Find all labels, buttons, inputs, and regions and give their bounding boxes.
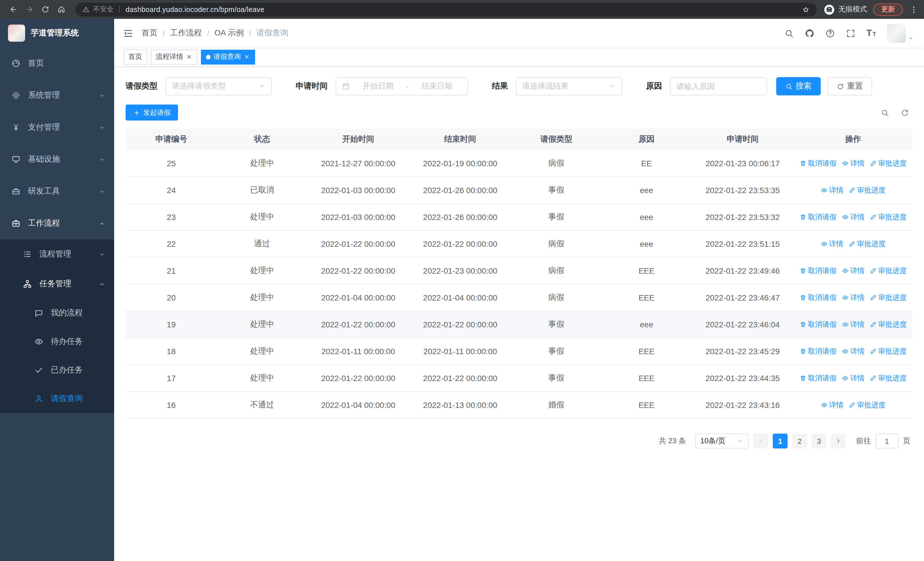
page-unit: 页 (903, 436, 910, 446)
cell-type: 事假 (511, 338, 601, 364)
next-page-button[interactable] (831, 434, 846, 448)
breadcrumb-item[interactable]: 首页 (141, 28, 158, 38)
sidebar-item-infra[interactable]: 基础设施 (0, 143, 114, 175)
browser-home-button[interactable] (54, 2, 69, 17)
search-button[interactable]: 搜索 (776, 77, 821, 95)
action-label: 详情 (829, 400, 843, 410)
address-bar[interactable]: 不安全 dashboard.yudao.iocoder.cn/bpm/oa/le… (75, 3, 817, 16)
browser-reload-button[interactable] (38, 2, 52, 17)
progress-action-link[interactable]: 审批进度 (870, 320, 907, 329)
browser-back-button[interactable] (6, 2, 21, 17)
chevron-right-icon (835, 438, 842, 444)
leave-type-select[interactable]: 请选择请假类型 (165, 77, 272, 95)
sidebar-item-payment[interactable]: 支付管理 (0, 111, 114, 143)
github-button[interactable] (805, 28, 814, 38)
column-header: 结束时间 (409, 129, 511, 150)
browser-forward-button[interactable] (22, 2, 36, 17)
browser-update-button[interactable]: 更新 (873, 3, 903, 16)
sidebar-collapse-button[interactable] (114, 19, 141, 47)
sidebar-item-home[interactable]: 首页 (0, 47, 114, 80)
table-row-22: 22通过2022-01-22 00:00:002022-01-22 00:00:… (126, 231, 913, 258)
column-header: 请假类型 (511, 129, 601, 150)
chevron-down-icon (99, 251, 105, 257)
sidebar-item-task-mgmt[interactable]: 任务管理 (0, 269, 114, 299)
sidebar-item-label: 任务管理 (39, 279, 99, 289)
apply-time-range-picker[interactable]: 开始日期 - 结束日期 (336, 77, 468, 95)
sidebar-item-leave-query[interactable]: 请假查询 (0, 385, 114, 413)
prev-page-button[interactable] (753, 434, 768, 448)
reason-input[interactable] (670, 77, 767, 95)
fullscreen-button[interactable] (846, 28, 855, 38)
progress-action-link[interactable]: 审批进度 (870, 266, 907, 276)
progress-action-link[interactable]: 审批进度 (849, 185, 886, 195)
progress-action-link[interactable]: 审批进度 (849, 400, 886, 410)
cell-end: 2022-01-26 00:00:00 (409, 204, 511, 230)
detail-action-link[interactable]: 详情 (842, 266, 865, 276)
progress-action-link[interactable]: 审批进度 (870, 158, 907, 168)
toggle-search-button[interactable] (880, 108, 889, 117)
progress-action-link[interactable]: 审批进度 (870, 293, 907, 302)
sidebar-item-my-process[interactable]: 我的流程 (0, 299, 114, 327)
cell-status: 处理中 (217, 365, 307, 391)
page-button-2[interactable]: 2 (792, 434, 807, 448)
sidebar: 芋道管理系统 首页系统管理支付管理基础设施研发工具工作流程流程管理任务管理我的流… (0, 19, 114, 561)
sidebar-item-system[interactable]: 系统管理 (0, 80, 114, 111)
cancel-action-link[interactable]: 取消请假 (800, 158, 837, 168)
detail-action-link[interactable]: 详情 (842, 373, 865, 383)
cancel-action-link[interactable]: 取消请假 (800, 320, 837, 329)
cell-status: 处理中 (217, 311, 307, 338)
detail-action-link[interactable]: 详情 (842, 212, 865, 222)
sidebar-item-todo-tasks[interactable]: 待办任务 (0, 327, 114, 356)
page-button-3[interactable]: 3 (812, 434, 826, 448)
close-icon[interactable] (186, 54, 192, 60)
detail-action-link[interactable]: 详情 (842, 346, 865, 356)
sidebar-item-process-mgmt[interactable]: 流程管理 (0, 239, 114, 269)
tab-process-detail[interactable]: 流程详情 (151, 50, 198, 64)
progress-action-link[interactable]: 审批进度 (870, 346, 907, 356)
result-select[interactable]: 请选择流结果 (516, 77, 622, 95)
breadcrumb-item: 请假查询 (256, 28, 288, 38)
cancel-action-link[interactable]: 取消请假 (800, 373, 837, 383)
reset-button[interactable]: 重置 (828, 77, 872, 95)
tab-home[interactable]: 首页 (123, 50, 147, 64)
page-button-1[interactable]: 1 (773, 434, 788, 448)
detail-action-link[interactable]: 详情 (821, 239, 843, 249)
help-button[interactable] (825, 28, 835, 38)
tab-leave-query[interactable]: 请假查询 (201, 50, 255, 64)
create-leave-button[interactable]: 发起请假 (126, 105, 178, 120)
progress-action-link[interactable]: 审批进度 (849, 239, 886, 249)
detail-action-link[interactable]: 详情 (842, 320, 865, 329)
refresh-icon (901, 108, 909, 117)
sidebar-item-done-tasks[interactable]: 已办任务 (0, 356, 114, 385)
chevron-down-icon (99, 92, 105, 99)
progress-action-link[interactable]: 审批进度 (870, 373, 907, 383)
cancel-action-link[interactable]: 取消请假 (800, 293, 837, 302)
breadcrumb-item[interactable]: 工作流程 (170, 28, 202, 38)
cancel-action-link[interactable]: 取消请假 (800, 266, 837, 276)
close-icon[interactable] (244, 54, 250, 60)
bookmark-star-icon[interactable] (802, 5, 810, 14)
user-menu[interactable] (887, 24, 914, 42)
refresh-table-button[interactable] (901, 108, 909, 117)
detail-action-link[interactable]: 详情 (842, 293, 865, 302)
sidebar-logo[interactable]: 芋道管理系统 (0, 19, 114, 47)
font-size-button[interactable]: TT (866, 28, 876, 38)
sidebar-item-workflow[interactable]: 工作流程 (0, 208, 114, 239)
cancel-action-link[interactable]: 取消请假 (800, 346, 837, 356)
detail-action-link[interactable]: 详情 (821, 185, 843, 195)
sidebar-item-label: 系统管理 (28, 90, 99, 101)
breadcrumb-item[interactable]: OA 示例 (214, 28, 244, 38)
detail-action-link[interactable]: 详情 (842, 158, 865, 168)
collapse-icon (122, 28, 133, 39)
table-row-19: 19处理中2022-01-22 00:00:002022-01-22 00:00… (126, 311, 913, 338)
browser-menu-button[interactable] (909, 5, 918, 14)
cancel-action-link[interactable]: 取消请假 (800, 212, 837, 222)
detail-action-link[interactable]: 详情 (821, 400, 843, 410)
goto-page-input[interactable] (876, 434, 898, 448)
header-search-button[interactable] (784, 28, 794, 38)
sidebar-item-devtools[interactable]: 研发工具 (0, 175, 114, 208)
progress-action-link[interactable]: 审批进度 (870, 212, 907, 222)
goto-label: 前往 (856, 436, 871, 446)
eye-icon (842, 267, 849, 274)
page-size-select[interactable]: 10条/页 (695, 434, 749, 448)
